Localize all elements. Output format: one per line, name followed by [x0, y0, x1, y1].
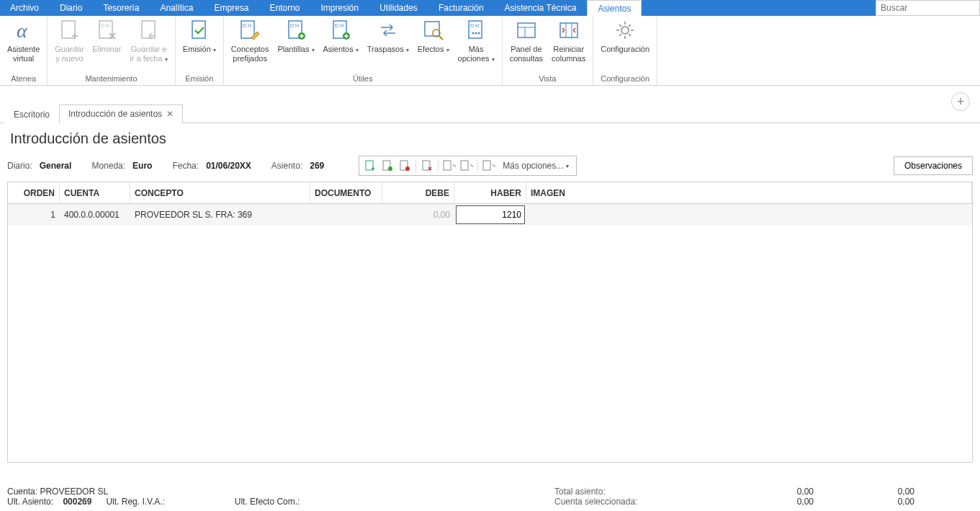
mas-opciones-button[interactable]: D HMásopciones ▾ [455, 17, 498, 66]
cell-haber[interactable] [454, 204, 526, 226]
svg-point-27 [472, 32, 475, 35]
panel-icon [515, 19, 538, 42]
close-icon[interactable]: ✕ [166, 109, 174, 119]
asiento-value[interactable]: 269 [310, 161, 324, 171]
status-bar: Cuenta: PROVEEDOR SL Total asiento: 0,00… [0, 484, 980, 511]
cell-imagen[interactable] [526, 204, 972, 226]
cuenta-sel-label: Cuenta seleccionada: [554, 497, 713, 507]
fecha-label: Fecha: [172, 161, 199, 171]
svg-point-51 [405, 166, 410, 171]
svg-rect-22 [425, 22, 439, 36]
ult-reg-iva: Ult. Reg. I.V.A.: [106, 497, 165, 507]
tab-escritorio[interactable]: Escritorio [4, 105, 59, 123]
menu-entorno[interactable]: Entorno [259, 0, 310, 16]
tb-dd1-icon[interactable] [443, 159, 456, 172]
ult-asiento-value: 000269 [63, 497, 91, 507]
menu-asientos[interactable]: Asientos [587, 0, 642, 16]
doc-left-icon [138, 19, 161, 42]
col-debe[interactable]: DEBE [382, 182, 454, 203]
cell-debe[interactable]: 0,00 [382, 204, 454, 226]
diario-value[interactable]: General [40, 161, 72, 171]
status-cuenta-value: PROVEEDOR SL [40, 486, 108, 497]
cell-documento[interactable] [310, 204, 382, 226]
svg-point-49 [388, 166, 392, 171]
svg-rect-56 [461, 161, 468, 170]
col-documento[interactable]: DOCUMENTO [310, 182, 382, 203]
ribbon-group-tiles: D HConceptosprefijadosD HPlantillas ▾D H… [224, 16, 503, 85]
efectos-button[interactable]: Efectos ▾ [415, 17, 452, 56]
guardar-ir-fecha-button: Guardar eir a fecha ▾ [127, 17, 170, 66]
emision-label: Emisión ▾ [183, 45, 216, 55]
add-icon[interactable]: + [951, 92, 970, 111]
svg-rect-57 [483, 161, 490, 170]
menu-facturacin[interactable]: Facturación [428, 0, 495, 16]
menu-diario[interactable]: Diario [50, 0, 93, 16]
menu-tesorera[interactable]: Tesorería [93, 0, 150, 16]
svg-line-42 [629, 34, 631, 36]
traspasos-button[interactable]: Traspasos ▾ [364, 17, 412, 56]
tb-doc-red-icon[interactable] [398, 159, 411, 172]
filter-row: Diario: General Moneda: Euro Fecha: 01/0… [0, 153, 980, 182]
tab-introduccindeasiento[interactable]: Introducción de asientos✕ [59, 105, 183, 123]
doc-x-icon: D H [95, 19, 118, 42]
col-concepto[interactable]: CONCEPTO [130, 182, 310, 203]
configuracion-button[interactable]: Configuración [598, 17, 652, 55]
alpha-icon: α [12, 19, 35, 42]
tb-new-icon[interactable] [364, 159, 377, 172]
tb-doc-green-icon[interactable] [381, 159, 394, 172]
svg-rect-52 [423, 161, 430, 170]
tb-more-options[interactable]: Más opciones...▾ [500, 161, 572, 171]
menu-empresa[interactable]: Empresa [204, 0, 259, 16]
total-asiento-v2: 0,00 [814, 486, 914, 497]
table-row[interactable]: 1 400.0.0.00001 PROVEEDOR SL S. FRA: 369… [8, 204, 972, 226]
emision-button[interactable]: Emisión ▾ [180, 17, 219, 56]
tb-delete-icon[interactable] [421, 159, 433, 172]
main-menu: ArchivoDiarioTesoreríaAnalíticaEmpresaEn… [0, 0, 980, 16]
col-orden[interactable]: ORDEN [8, 182, 60, 203]
ribbon-group-emisin: Emisión ▾Emisión [176, 16, 224, 85]
svg-rect-33 [560, 23, 577, 37]
doc-plus3-icon: D H [329, 19, 352, 42]
ribbon-group-label: Configuración [598, 73, 652, 85]
conceptos-prefijados-button[interactable]: D HConceptosprefijados [228, 17, 272, 65]
eliminar-label: Eliminar [93, 45, 122, 54]
menu-archivo[interactable]: Archivo [0, 0, 50, 16]
menu-analtica[interactable]: Analítica [150, 0, 204, 16]
search-box[interactable] [876, 0, 980, 16]
tb-dd2-icon[interactable] [460, 159, 473, 172]
gear-icon [613, 19, 637, 42]
plantillas-button[interactable]: D HPlantillas ▾ [274, 17, 317, 56]
plantillas-label: Plantillas ▾ [277, 45, 314, 55]
cell-concepto[interactable]: PROVEEDOR SL S. FRA: 369 [130, 204, 310, 226]
col-haber[interactable]: HABER [454, 182, 526, 203]
panel-consultas-button[interactable]: Panel deconsultas [507, 17, 546, 65]
asistente-virtual-button[interactable]: αAsistentevirtual [4, 17, 42, 65]
col-imagen[interactable]: IMAGEN [526, 182, 972, 203]
menu-impresin[interactable]: Impresión [310, 0, 369, 16]
svg-rect-9 [192, 21, 205, 38]
entries-grid: ORDEN CUENTA CONCEPTO DOCUMENTO DEBE HAB… [7, 182, 973, 463]
asiento-label: Asiento: [271, 161, 302, 171]
ribbon-group-label: Mantenimiento [52, 73, 170, 85]
haber-input[interactable] [456, 205, 525, 224]
menu-asistenciatcnica[interactable]: Asistencia Técnica [495, 0, 588, 16]
guardar-ir-fecha-label: Guardar eir a fecha ▾ [130, 45, 167, 64]
ribbon-group-label: Vista [507, 73, 589, 85]
reiniciar-columnas-button[interactable]: Reiniciarcolumnas [549, 17, 588, 65]
traspasos-label: Traspasos ▾ [367, 45, 409, 55]
reiniciar-columnas-label: Reiniciarcolumnas [552, 45, 585, 63]
guardar-nuevo-label: Guardary nuevo [55, 45, 84, 63]
search-input[interactable] [881, 3, 975, 13]
menu-utilidades[interactable]: Utilidades [369, 0, 428, 16]
svg-line-44 [629, 25, 631, 27]
observaciones-button[interactable]: Observaciones [894, 156, 973, 175]
tb-dd3-icon[interactable] [482, 159, 495, 172]
cell-cuenta[interactable]: 400.0.0.00001 [60, 204, 130, 226]
asientos-u-button[interactable]: D HAsientos ▾ [320, 17, 361, 56]
grid-header: ORDEN CUENTA CONCEPTO DOCUMENTO DEBE HAB… [8, 182, 972, 204]
fecha-value[interactable]: 01/06/20XX [206, 161, 251, 171]
cell-orden[interactable]: 1 [8, 204, 60, 226]
svg-rect-30 [518, 23, 535, 37]
moneda-value[interactable]: Euro [132, 161, 152, 171]
col-cuenta[interactable]: CUENTA [60, 182, 130, 203]
